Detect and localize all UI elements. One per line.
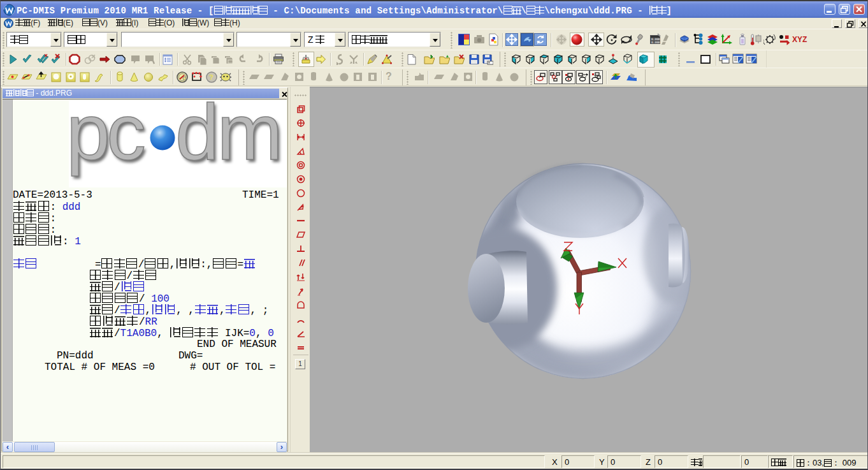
svg-text:?: ?: [209, 73, 213, 81]
